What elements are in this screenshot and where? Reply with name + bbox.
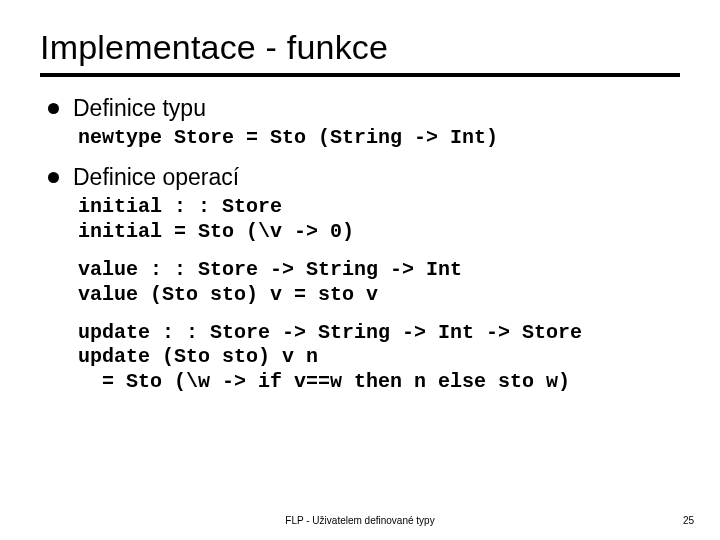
code-block: initial : : Store initial = Sto (\v -> 0… xyxy=(78,195,680,244)
section-1: Definice typu newtype Store = Sto (Strin… xyxy=(48,95,680,150)
code-block: value : : Store -> String -> Int value (… xyxy=(78,258,680,307)
section-heading: Definice typu xyxy=(73,95,206,122)
slide: Implementace - funkce Definice typu newt… xyxy=(0,0,720,540)
page-number: 25 xyxy=(683,515,694,526)
bullet-icon xyxy=(48,103,59,114)
bullet-row: Definice typu xyxy=(48,95,680,122)
code-block: newtype Store = Sto (String -> Int) xyxy=(78,126,680,150)
code-block: update : : Store -> String -> Int -> Sto… xyxy=(78,321,680,394)
section-2: Definice operací initial : : Store initi… xyxy=(48,164,680,394)
section-heading: Definice operací xyxy=(73,164,239,191)
bullet-icon xyxy=(48,172,59,183)
bullet-row: Definice operací xyxy=(48,164,680,191)
slide-title: Implementace - funkce xyxy=(40,28,680,77)
footer-text: FLP - Uživatelem definované typy xyxy=(0,515,720,526)
